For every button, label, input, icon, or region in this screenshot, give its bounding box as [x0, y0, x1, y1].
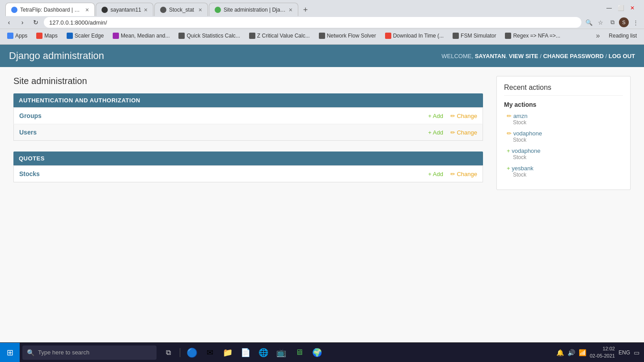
bookmark-quickstats-label: Quick Statistics Calc...	[186, 33, 240, 39]
action-vodaphone-change-type: Stock	[513, 137, 623, 143]
log-out-link[interactable]: LOG OUT	[609, 53, 635, 59]
tab-3-title: Stock_stat	[169, 7, 196, 13]
taskbar-search-icon: 🔍	[27, 349, 34, 356]
taskbar-search-placeholder: Type here to search	[38, 349, 89, 356]
search-icon[interactable]: 🔍	[584, 17, 594, 27]
django-header-right: WELCOME, SAYANTAN. VIEW SITE / CHANGE PA…	[441, 53, 635, 59]
forward-button[interactable]: ›	[17, 17, 28, 28]
bookmark-quickstats[interactable]: Quick Statistics Calc...	[175, 32, 243, 40]
tab-1-close[interactable]: ×	[85, 6, 89, 13]
taskbar-app-folder[interactable]: 📁	[220, 345, 236, 361]
reload-button[interactable]: ↻	[30, 17, 41, 28]
minimize-button[interactable]: —	[605, 4, 614, 13]
maximize-button[interactable]: ⬜	[616, 4, 625, 13]
browser-tab-1[interactable]: TetraFlip: Dashboard | Devfolio ×	[5, 3, 95, 16]
close-button[interactable]: ✕	[628, 4, 637, 13]
taskview-button[interactable]: ⧉	[160, 345, 176, 361]
taskbar-app-browser2[interactable]: 🌍	[309, 345, 325, 361]
taskbar-date: 02-05-2021	[590, 353, 615, 359]
volume-icon[interactable]: 🔊	[568, 349, 575, 356]
taskbar: ⊞ 🔍 Type here to search ⧉ 🔵 ✉ 📁 📄 🌐 📺	[0, 342, 644, 362]
action-amzn-change-icon: ✏	[507, 113, 512, 119]
taskbar-app-mail[interactable]: ✉	[202, 345, 218, 361]
apps-bookmark-icon	[7, 33, 13, 39]
action-vodaphone-change-icon: ✏	[507, 130, 512, 137]
taskbar-app-pdf[interactable]: 📄	[237, 345, 254, 361]
bookmark-download[interactable]: Download In Time (...	[381, 32, 447, 40]
change-password-link[interactable]: CHANGE PASSWORD	[543, 53, 604, 59]
bookmark-apps[interactable]: Apps	[4, 32, 31, 40]
tab-4-title: Site administration | Django site...	[224, 7, 286, 13]
browser-tab-4[interactable]: Site administration | Django site... ×	[209, 3, 298, 16]
profile-icon[interactable]: S	[619, 17, 629, 27]
users-link[interactable]: Users	[19, 129, 37, 136]
taskbar-app-pycharm[interactable]: 🖥	[291, 345, 307, 361]
action-amzn-name[interactable]: ✏ amzn	[504, 113, 623, 119]
bookmark-maps[interactable]: Maps	[33, 32, 61, 40]
extensions-icon[interactable]: ⧉	[607, 17, 617, 27]
groups-link[interactable]: Groups	[19, 112, 42, 119]
bookmark-download-label: Download In Time (...	[393, 33, 444, 39]
bookmark-zcritical[interactable]: Z Critical Value Calc...	[246, 32, 314, 40]
browser-tab-3[interactable]: Stock_stat ×	[154, 3, 208, 16]
browser2-icon: 🌍	[312, 348, 322, 358]
show-desktop-icon[interactable]: ▭	[634, 349, 640, 356]
users-add-link[interactable]: Add	[428, 129, 443, 136]
network-icon[interactable]: 📶	[579, 349, 586, 356]
bookmarks-bar: Apps Maps Scaler Edge Mean, Median and..…	[0, 29, 644, 42]
django-admin-header: Django administration WELCOME, SAYANTAN.…	[0, 45, 644, 67]
tab-4-close[interactable]: ×	[289, 6, 292, 13]
quickstats-bookmark-icon	[178, 33, 185, 39]
chrome-icon: 🔵	[186, 347, 198, 358]
stocks-add-link[interactable]: Add	[428, 171, 443, 177]
bookmarks-more-button[interactable]: »	[594, 32, 602, 40]
bookmark-icon[interactable]: ☆	[596, 17, 606, 27]
regex-bookmark-icon	[505, 33, 511, 39]
taskbar-search[interactable]: 🔍 Type here to search	[22, 345, 157, 360]
back-button[interactable]: ‹	[4, 17, 14, 28]
taskbar-datetime[interactable]: 12:02 02-05-2021	[590, 345, 615, 359]
quotes-section-header: QUOTES	[13, 152, 483, 165]
start-button[interactable]: ⊞	[0, 343, 20, 362]
menu-icon[interactable]: ⋮	[631, 17, 640, 27]
taskbar-app-edge[interactable]: 🌐	[255, 345, 271, 361]
taskbar-app-chrome[interactable]: 🔵	[184, 345, 200, 361]
bookmark-scaler[interactable]: Scaler Edge	[63, 32, 107, 40]
action-item-amzn-change: ✏ amzn Stock	[504, 113, 623, 126]
page-title: Site administration	[13, 76, 483, 86]
taskview-icon: ⧉	[166, 349, 171, 357]
new-tab-button[interactable]: +	[299, 4, 312, 16]
users-actions: Add Change	[181, 124, 483, 141]
address-bar[interactable]	[44, 17, 581, 28]
taskbar-app-teams[interactable]: 📺	[273, 345, 289, 361]
bookmark-networkflow[interactable]: Network Flow Solver	[315, 32, 380, 40]
bookmark-mean-label: Mean, Median and...	[121, 33, 169, 39]
browser-tab-2[interactable]: sayantann11 ×	[96, 3, 153, 16]
action-vodaphone-change-link[interactable]: vodaphone	[513, 130, 542, 137]
action-item-yesbank-add: + yesbank Stock	[504, 165, 623, 178]
bookmark-reading-list[interactable]: Reading list	[605, 32, 640, 40]
action-vodaphone-add-link[interactable]: vodaphone	[512, 147, 540, 154]
bookmark-apps-label: Apps	[15, 33, 27, 39]
bookmark-fsm[interactable]: FSM Simulator	[449, 32, 500, 40]
tab-4-favicon	[215, 7, 221, 13]
action-amzn-link[interactable]: amzn	[513, 113, 528, 119]
stocks-link[interactable]: Stocks	[19, 170, 40, 177]
action-yesbank-add-link[interactable]: yesbank	[512, 165, 533, 172]
django-admin-title: Django administration	[9, 50, 104, 62]
bookmark-regex[interactable]: Regex => NFA =>...	[501, 32, 564, 40]
stocks-change-link[interactable]: Change	[450, 171, 477, 177]
my-actions-title: My actions	[504, 101, 623, 108]
groups-actions: Add Change	[181, 108, 483, 124]
stocks-label: Stocks	[14, 166, 175, 182]
view-site-link[interactable]: VIEW SITE	[509, 53, 538, 59]
bookmark-mean[interactable]: Mean, Median and...	[109, 32, 173, 40]
stocks-actions: Add Change	[175, 166, 483, 182]
tab-3-close[interactable]: ×	[199, 6, 202, 13]
users-change-link[interactable]: Change	[450, 129, 477, 136]
tab-2-close[interactable]: ×	[144, 6, 148, 13]
groups-add-link[interactable]: Add	[428, 113, 443, 119]
notification-icon[interactable]: 🔔	[556, 349, 564, 356]
groups-change-link[interactable]: Change	[450, 113, 477, 119]
reading-list-label: Reading list	[609, 33, 637, 39]
